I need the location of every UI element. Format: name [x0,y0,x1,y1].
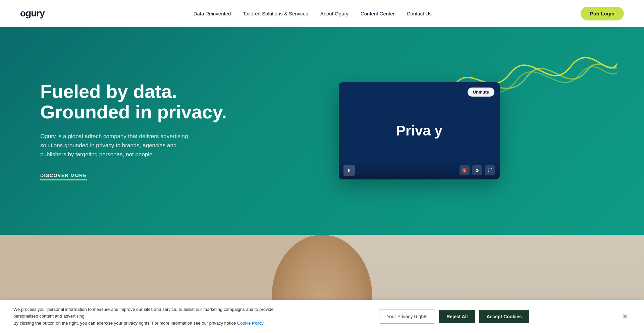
mute-icon-button[interactable]: 🔇 [460,165,470,175]
fullscreen-icon: ⛶ [488,168,492,173]
video-title-text: Priva y [396,123,442,139]
nav-item-contact-us[interactable]: Contact Us [407,11,432,16]
pause-button[interactable]: ⏸ [343,165,355,176]
site-logo[interactable]: ogury [20,8,45,19]
close-icon: ✕ [622,313,628,320]
hero-content-right: Priva y Unmute ⏸ 🔇 ⚙ ⛶ [235,82,604,179]
cookie-text-line1: We process your personal information to … [13,307,274,319]
video-card: Priva y Unmute ⏸ 🔇 ⚙ ⛶ [339,82,500,179]
cookie-banner: We process your personal information to … [0,300,644,333]
pause-icon: ⏸ [347,168,352,173]
hero-title: Fueled by data. Grounded in privacy. [40,81,235,122]
settings-icon: ⚙ [475,168,479,173]
cookie-text-line2: By clicking the button on the right, you… [13,321,236,326]
accept-cookies-button[interactable]: Accept Cookies [479,310,529,323]
sound-off-icon: 🔇 [462,168,467,173]
video-right-controls: 🔇 ⚙ ⛶ [460,165,495,175]
cookie-text: We process your personal information to … [13,306,288,327]
reject-all-button[interactable]: Reject All [439,310,475,323]
hero-title-line1: Fueled by data. [40,81,177,102]
hero-content-left: Fueled by data. Grounded in privacy. Ogu… [40,81,235,181]
cookie-buttons: Your Privacy Rights Reject All Accept Co… [379,310,529,324]
video-controls: ⏸ 🔇 ⚙ ⛶ [339,161,500,179]
unmute-button[interactable]: Unmute [468,88,494,97]
your-privacy-rights-button[interactable]: Your Privacy Rights [379,310,435,324]
hero-section: Fueled by data. Grounded in privacy. Ogu… [0,27,644,235]
nav-item-content-center[interactable]: Content Center [361,11,395,16]
cookie-close-button[interactable]: ✕ [620,311,631,322]
pub-login-button[interactable]: Pub Login [581,7,624,20]
nav-item-about-ogury[interactable]: About Ogury [320,11,348,16]
nav-item-data-reinvented[interactable]: Data Reinvented [194,11,231,16]
main-nav: Data Reinvented Tailored Solutions & Ser… [194,11,432,16]
fullscreen-button[interactable]: ⛶ [485,165,495,175]
hero-description: Ogury is a global adtech company that de… [40,132,201,159]
discover-more-link[interactable]: DISCOVER MORE [40,173,87,180]
settings-button[interactable]: ⚙ [472,165,482,175]
nav-item-tailored-solutions[interactable]: Tailored Solutions & Services [243,11,308,16]
site-header: ogury Data Reinvented Tailored Solutions… [0,0,644,27]
hero-title-line2: Grounded in privacy. [40,101,227,122]
cookie-policy-link[interactable]: Cookie Policy [237,321,264,326]
